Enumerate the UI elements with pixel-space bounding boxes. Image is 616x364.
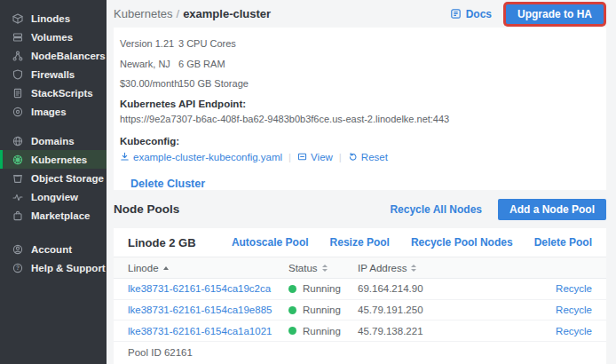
sidebar-item-images[interactable]: Images — [0, 102, 107, 121]
sidebar-item-domains[interactable]: Domains — [0, 131, 107, 150]
pool-card-header: Linode 2 GB Autoscale Pool Resize Pool R… — [114, 228, 606, 257]
sidebar-item-label: Images — [31, 107, 67, 117]
sidebar-item-label: Account — [31, 244, 72, 255]
breadcrumb-section[interactable]: Kubernetes — [114, 7, 173, 20]
volumes-icon — [12, 32, 23, 43]
svg-text:?: ? — [16, 265, 20, 271]
pool-id: Pool ID 62161 — [114, 342, 606, 363]
sidebar-item-label: NodeBalancers — [31, 51, 106, 61]
cluster-cpu: 3 CPU Cores — [178, 38, 597, 49]
column-label: Linode — [128, 263, 159, 273]
sidebar-item-stackscripts[interactable]: StackScripts — [0, 83, 107, 102]
table-row: lke38731-62161-6154ca1a1021 Running 45.7… — [114, 320, 606, 342]
status-running-icon — [288, 285, 296, 293]
pool-card: Linode 2 GB Autoscale Pool Resize Pool R… — [114, 228, 606, 364]
status-label: Running — [303, 326, 341, 336]
nodebalancers-icon — [12, 51, 23, 61]
sidebar-item-kubernetes[interactable]: Kubernetes — [0, 150, 107, 169]
longview-pulse-icon — [12, 192, 23, 202]
sidebar-item-help-support[interactable]: ? Help & Support — [0, 258, 107, 277]
column-header-status[interactable]: Status — [288, 263, 358, 273]
sidebar-item-label: Object Storage — [31, 173, 104, 184]
node-link[interactable]: lke38731-62161-6154ca1a1021 — [128, 326, 288, 336]
breadcrumb: Kubernetes/example-cluster — [114, 7, 271, 20]
main-content: Kubernetes/example-cluster Docs Upgrade … — [107, 0, 616, 364]
cluster-region: Newark, NJ — [120, 59, 178, 69]
sidebar-group-gap — [0, 225, 107, 240]
sidebar-item-label: Help & Support — [31, 263, 106, 273]
pool-name: Linode 2 GB — [128, 236, 196, 249]
cluster-price: $30.00/month — [120, 78, 178, 89]
recycle-node-link[interactable]: Recycle — [539, 283, 592, 294]
sidebar: Linodes Volumes NodeBalancers Firewalls … — [0, 0, 107, 364]
sidebar-item-label: Linodes — [31, 13, 70, 24]
kubeconfig-view-link[interactable]: View — [297, 152, 333, 162]
delete-pool-link[interactable]: Delete Pool — [534, 236, 592, 249]
cluster-summary-grid: Version 1.21 3 CPU Cores Newark, NJ 6 GB… — [120, 36, 597, 89]
autoscale-pool-link[interactable]: Autoscale Pool — [232, 236, 309, 249]
pool-table-header: Linode Status IP Address — [114, 257, 606, 279]
column-header-ip-address[interactable]: IP Address — [358, 263, 539, 273]
status-cell: Running — [288, 305, 358, 315]
node-pools-header: Node Pools Recycle All Nodes Add a Node … — [114, 190, 606, 228]
add-node-pool-button[interactable]: Add a Node Pool — [498, 199, 606, 220]
upgrade-to-ha-button[interactable]: Upgrade to HA — [506, 4, 604, 24]
pool-actions: Autoscale Pool Resize Pool Recycle Pool … — [232, 236, 592, 249]
kubeconfig-row: example-cluster-kubeconfig.yaml | View |… — [120, 152, 597, 162]
stackscripts-document-icon — [12, 88, 23, 99]
docs-label: Docs — [466, 8, 492, 20]
sidebar-item-object-storage[interactable]: Object Storage — [0, 169, 107, 187]
sidebar-item-firewalls[interactable]: Firewalls — [0, 65, 107, 83]
status-running-icon — [288, 306, 296, 314]
download-icon — [120, 152, 130, 162]
kubeconfig-reset-link[interactable]: Reset — [348, 152, 388, 162]
resize-pool-link[interactable]: Resize Pool — [330, 236, 390, 249]
divider: | — [339, 152, 342, 162]
kubeconfig-label: Kubeconfig: — [120, 136, 597, 146]
sidebar-item-marketplace[interactable]: Marketplace — [0, 206, 107, 225]
column-label: Status — [288, 263, 318, 273]
sidebar-item-label: Volumes — [31, 32, 73, 43]
object-storage-bucket-icon — [12, 173, 23, 184]
sidebar-item-label: Marketplace — [31, 210, 90, 221]
domains-globe-icon — [12, 136, 23, 146]
sidebar-item-label: Longview — [31, 192, 78, 202]
recycle-all-nodes-link[interactable]: Recycle All Nodes — [390, 203, 482, 216]
breadcrumb-current: example-cluster — [183, 7, 271, 20]
column-header-linode[interactable]: Linode — [128, 263, 288, 273]
sidebar-item-label: StackScripts — [31, 88, 93, 99]
divider: | — [288, 152, 291, 162]
recycle-node-link[interactable]: Recycle — [539, 305, 592, 315]
ip-address: 69.164.214.90 — [358, 283, 539, 294]
node-pools-title: Node Pools — [114, 202, 179, 216]
node-link[interactable]: lke38731-62161-6154ca19e885 — [128, 305, 288, 315]
sort-icon — [411, 265, 416, 272]
node-pools-actions: Recycle All Nodes Add a Node Pool — [390, 199, 606, 220]
kubernetes-wheel-icon — [12, 154, 23, 165]
recycle-pool-nodes-link[interactable]: Recycle Pool Nodes — [411, 236, 513, 249]
docs-icon — [450, 8, 462, 20]
node-link[interactable]: lke38731-62161-6154ca19c2ca — [128, 283, 288, 294]
marketplace-bag-icon — [12, 210, 23, 221]
reset-label: Reset — [361, 152, 388, 162]
recycle-node-link[interactable]: Recycle — [539, 326, 592, 336]
sidebar-item-label: Firewalls — [31, 69, 75, 80]
reset-icon — [348, 152, 358, 162]
sidebar-item-label: Kubernetes — [31, 154, 87, 165]
status-running-icon — [288, 327, 296, 335]
sort-icon — [322, 265, 328, 272]
cluster-summary-card: Version 1.21 3 CPU Cores Newark, NJ 6 GB… — [114, 28, 606, 190]
view-icon — [297, 152, 307, 162]
sidebar-group-gap — [0, 121, 107, 131]
kubeconfig-download-link[interactable]: example-cluster-kubeconfig.yaml — [120, 152, 282, 162]
column-label: IP Address — [358, 263, 407, 273]
sidebar-item-volumes[interactable]: Volumes — [0, 28, 107, 46]
delete-cluster-button[interactable]: Delete Cluster — [130, 178, 205, 190]
sidebar-item-account[interactable]: Account — [0, 240, 107, 258]
help-question-icon: ? — [12, 263, 23, 273]
docs-link[interactable]: Docs — [450, 8, 492, 20]
ip-address: 45.79.138.221 — [358, 326, 539, 336]
sidebar-item-longview[interactable]: Longview — [0, 187, 107, 206]
sidebar-item-linodes[interactable]: Linodes — [0, 9, 107, 28]
sidebar-item-nodebalancers[interactable]: NodeBalancers — [0, 46, 107, 65]
